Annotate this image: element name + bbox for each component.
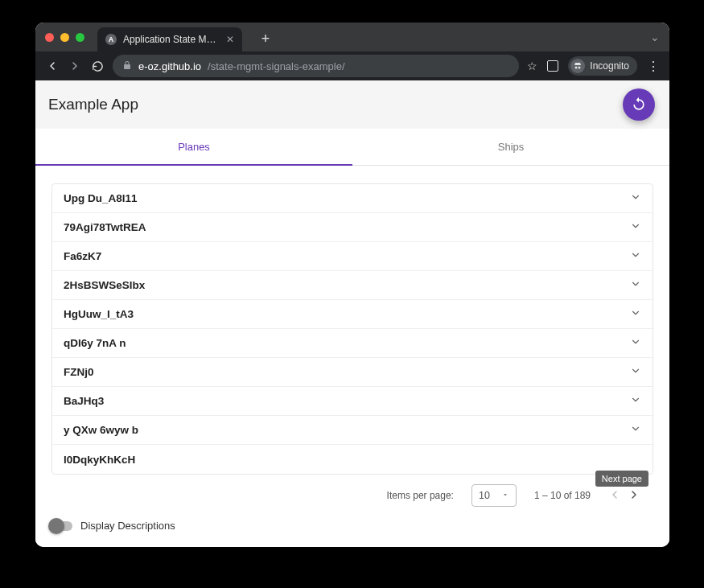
list-item-label: Fa6zK7 (64, 250, 101, 262)
app-title: Example App (48, 96, 138, 113)
chevron-down-icon (630, 394, 641, 408)
display-descriptions-toggle-row: Display Descriptions (35, 510, 669, 545)
list-item[interactable]: FZNj0 (52, 358, 653, 387)
chevron-down-icon (630, 307, 641, 321)
list-item[interactable]: HgUuw_I_tA3 (52, 300, 653, 329)
browser-menu-icon[interactable]: ⋮ (647, 59, 660, 74)
url-path: /state-mgmt-signals-example/ (208, 60, 345, 72)
display-descriptions-label: Display Descriptions (80, 520, 175, 532)
chevron-down-icon (630, 423, 641, 437)
browser-tab[interactable]: A Application State Management ✕ (97, 27, 242, 51)
paginator: Items per page: 10 1 – 10 of 189 (35, 479, 669, 510)
address-field[interactable]: e-oz.github.io/state-mgmt-signals-exampl… (113, 55, 519, 77)
reload-button[interactable] (90, 59, 105, 73)
list-item-label: HgUuw_I_tA3 (64, 308, 134, 320)
page-content: Example App Planes Ships Upg Du_A8l11 79… (35, 80, 669, 547)
list-item-label: qDI6y 7nA n (64, 337, 126, 349)
app-header: Example App (35, 80, 669, 129)
list-item[interactable]: BaJHq3 (52, 387, 653, 416)
list-item[interactable]: Fa6zK7 (52, 242, 653, 271)
list-item-label: Upg Du_A8l11 (64, 192, 138, 204)
window-controls (45, 33, 84, 42)
items-list: Upg Du_A8l11 79Agi78TwtREA Fa6zK7 2HsBSW… (51, 183, 653, 475)
incognito-icon (570, 59, 585, 73)
list-item[interactable]: 79Agi78TwtREA (52, 213, 653, 242)
page-size-select[interactable]: 10 (471, 484, 517, 507)
list-item[interactable]: l0DqkyKhKcH (52, 445, 653, 474)
tab-bar: Planes Ships (35, 129, 669, 166)
list-item-label: BaJHq3 (64, 395, 104, 407)
next-page-button[interactable] (628, 488, 640, 504)
chevron-down-icon (630, 336, 641, 350)
page-size-value: 10 (479, 490, 490, 501)
url-host: e-oz.github.io (138, 60, 201, 72)
list-item-label: y QXw 6wyw b (64, 424, 138, 436)
browser-window: A Application State Management ✕ + ⌄ e-o… (35, 23, 669, 547)
tab-overflow-icon[interactable]: ⌄ (650, 31, 660, 43)
back-button[interactable] (45, 59, 60, 73)
maximize-window-button[interactable] (76, 33, 84, 42)
forward-button[interactable] (68, 59, 82, 73)
list-item-label: 2HsBSWSeSlbx (64, 279, 145, 291)
list-item[interactable]: Upg Du_A8l11 (52, 184, 653, 213)
chevron-down-icon (630, 365, 641, 379)
chevron-down-icon (630, 278, 641, 292)
tab-favicon: A (105, 34, 117, 45)
paginator-range: 1 – 10 of 189 (534, 490, 591, 501)
chevron-down-icon (630, 220, 641, 234)
bookmark-star-icon[interactable]: ☆ (527, 60, 537, 72)
incognito-indicator[interactable]: Incognito (568, 56, 637, 76)
list-item-label: FZNj0 (64, 366, 94, 378)
paginator-label: Items per page: (387, 490, 454, 501)
url-bar: e-oz.github.io/state-mgmt-signals-exampl… (35, 51, 669, 80)
svg-point-0 (575, 67, 578, 69)
tooltip: Next page (595, 471, 648, 487)
new-tab-button[interactable]: + (257, 30, 274, 47)
list-item[interactable]: qDI6y 7nA n (52, 329, 653, 358)
chevron-down-icon (630, 249, 641, 263)
display-descriptions-switch[interactable] (51, 521, 72, 531)
reload-fab-button[interactable] (623, 88, 655, 121)
lock-icon (122, 60, 132, 72)
close-window-button[interactable] (45, 33, 54, 42)
list-item[interactable]: y QXw 6wyw b (52, 416, 653, 445)
minimize-window-button[interactable] (60, 33, 69, 42)
refresh-icon (631, 97, 647, 113)
chevron-down-icon (501, 490, 509, 501)
tab-close-icon[interactable]: ✕ (226, 34, 234, 45)
list-item-label: 79Agi78TwtREA (64, 221, 146, 233)
list-item[interactable]: 2HsBSWSeSlbx (52, 271, 653, 300)
titlebar: A Application State Management ✕ + ⌄ (35, 23, 669, 51)
extensions-icon[interactable] (547, 60, 558, 72)
svg-point-1 (578, 67, 581, 69)
incognito-label: Incognito (590, 60, 629, 72)
tab-planes[interactable]: Planes (35, 129, 352, 165)
chevron-down-icon (630, 191, 641, 205)
list-item-label: l0DqkyKhKcH (64, 454, 135, 466)
prev-page-button[interactable] (608, 488, 621, 504)
tab-ships[interactable]: Ships (352, 129, 669, 165)
tab-title: Application State Management (123, 34, 220, 45)
